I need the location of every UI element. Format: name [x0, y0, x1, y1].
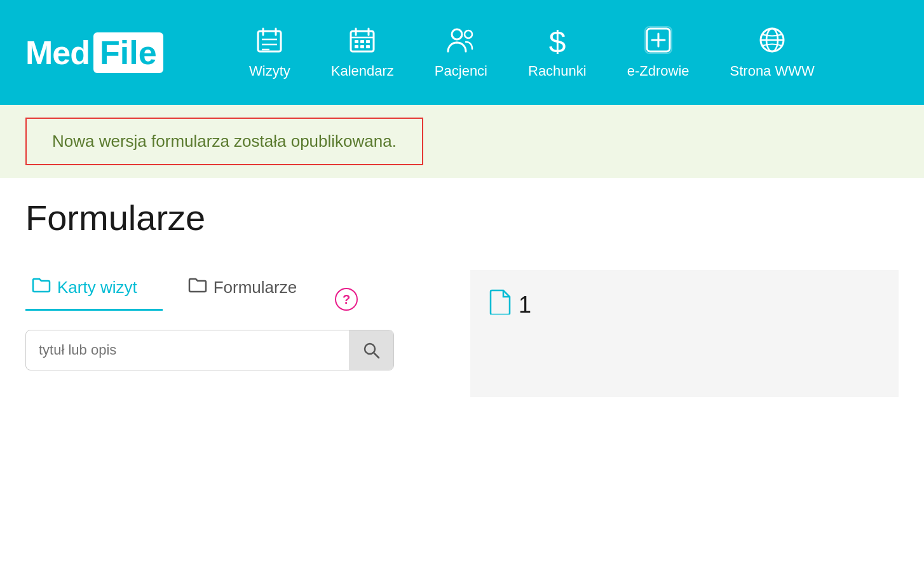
notification-banner: Nowa wersja formularza została opublikow…	[0, 105, 924, 178]
svg-rect-14	[360, 45, 364, 48]
e-zdrowie-icon	[644, 26, 672, 58]
search-container	[25, 330, 394, 370]
nav-label-pacjenci: Pacjenci	[435, 63, 487, 79]
help-button[interactable]: ?	[335, 288, 358, 311]
logo: Med File	[25, 32, 191, 73]
nav-item-wizyty[interactable]: Wizyty	[229, 26, 311, 79]
svg-rect-11	[360, 40, 364, 43]
svg-point-17	[465, 31, 472, 38]
nav-label-kalendarz: Kalendarz	[331, 63, 394, 79]
right-panel: 1	[470, 270, 899, 397]
svg-rect-10	[355, 40, 358, 43]
tab-formularze[interactable]: Formularze	[163, 270, 322, 311]
left-panel: Karty wizyt Formularze ?	[25, 270, 470, 397]
search-input[interactable]	[26, 342, 349, 358]
content-grid: Karty wizyt Formularze ?	[25, 270, 899, 397]
main-nav: Wizyty Kalendarz	[229, 26, 899, 79]
nav-label-wizyty: Wizyty	[249, 63, 290, 79]
pacjenci-icon	[445, 26, 476, 58]
notification-box: Nowa wersja formularza została opublikow…	[25, 118, 423, 165]
wizyty-icon	[255, 26, 283, 58]
folder-icon-formularze	[188, 276, 207, 299]
nav-item-rachunki[interactable]: $ Rachunki	[508, 26, 607, 79]
doc-count-area: 1	[489, 289, 531, 320]
tabs-container: Karty wizyt Formularze ?	[25, 270, 445, 311]
rachunki-icon: $	[546, 26, 569, 58]
tab-karty-wizyt[interactable]: Karty wizyt	[25, 270, 163, 311]
svg-rect-15	[366, 45, 370, 48]
main-content: Formularze Karty wizyt	[0, 178, 924, 416]
doc-count: 1	[519, 292, 531, 318]
svg-rect-12	[366, 40, 370, 43]
kalendarz-icon	[348, 26, 376, 58]
nav-item-e-zdrowie[interactable]: e-Zdrowie	[607, 26, 710, 79]
strona-www-icon	[758, 26, 786, 58]
nav-label-rachunki: Rachunki	[528, 63, 587, 79]
search-icon	[362, 341, 380, 359]
logo-file-text: File	[93, 32, 163, 73]
svg-rect-13	[355, 45, 358, 48]
search-button[interactable]	[349, 330, 393, 370]
folder-icon-karty	[32, 276, 51, 299]
svg-rect-0	[258, 31, 281, 51]
tab-karty-wizyt-label: Karty wizyt	[57, 278, 137, 297]
nav-item-kalendarz[interactable]: Kalendarz	[311, 26, 414, 79]
notification-text: Nowa wersja formularza została opublikow…	[52, 132, 397, 151]
svg-line-27	[374, 353, 379, 358]
nav-item-pacjenci[interactable]: Pacjenci	[414, 26, 508, 79]
svg-point-16	[452, 29, 462, 39]
page-title: Formularze	[25, 197, 899, 238]
nav-item-strona-www[interactable]: Strona WWW	[710, 26, 835, 79]
document-icon	[489, 289, 512, 320]
nav-label-e-zdrowie: e-Zdrowie	[627, 63, 690, 79]
header: Med File Wizyty	[0, 0, 924, 105]
svg-text:$: $	[549, 26, 566, 54]
logo-med-text: Med	[25, 34, 90, 72]
nav-label-strona-www: Strona WWW	[730, 63, 815, 79]
tab-formularze-label: Formularze	[214, 278, 297, 297]
